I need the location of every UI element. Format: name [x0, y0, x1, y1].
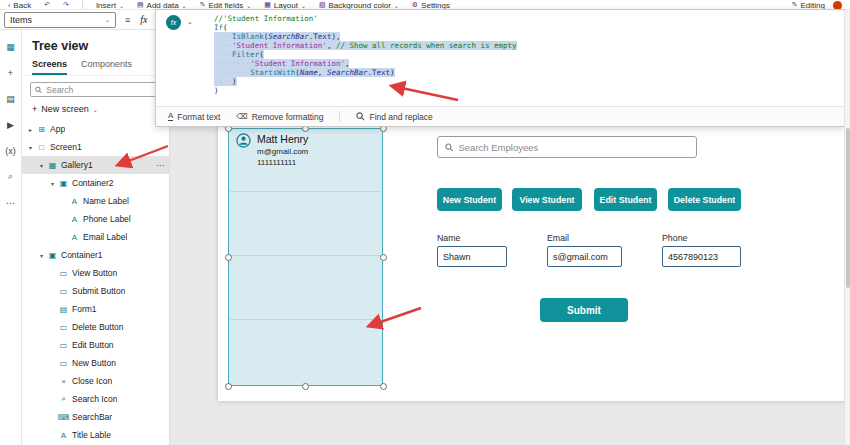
scrollbar-thumb[interactable] — [846, 128, 850, 288]
layout-icon: ▦ — [264, 1, 271, 9]
chevron-right-icon[interactable]: ▸ — [26, 126, 35, 133]
button-icon: ▭ — [57, 359, 70, 368]
canvas-artboard[interactable]: Matt Henry m@gmail.com 1111111111 New St… — [218, 124, 845, 401]
settings-icon: ⚙ — [412, 1, 418, 9]
formula-line-2[interactable]: If( — [214, 23, 517, 32]
redo-icon[interactable]: ↷ — [63, 0, 69, 10]
tree-item-searchbar[interactable]: ⌨SearchBar — [22, 408, 169, 426]
name-input[interactable] — [437, 246, 507, 267]
item-more-menu[interactable]: ⋯ — [156, 161, 164, 170]
button-icon: ▭ — [57, 341, 70, 350]
text-input-icon: ⌨ — [57, 413, 70, 422]
employee-search-input[interactable] — [459, 142, 690, 153]
formula-line-5[interactable]: ····Filter( — [214, 50, 517, 59]
tree-item-delete-button[interactable]: ▭Delete Button — [22, 318, 169, 336]
vertical-scrollbar[interactable] — [844, 10, 850, 445]
tree-item-submit-button[interactable]: ▭Submit Button — [22, 282, 169, 300]
phone-input[interactable] — [662, 246, 741, 267]
formula-line-9[interactable]: ) — [214, 86, 517, 95]
chevron-down-icon: ⌄ — [119, 2, 124, 9]
gallery-control[interactable]: Matt Henry m@gmail.com 1111111111 — [228, 128, 383, 386]
more-icon[interactable]: ⋯ — [3, 195, 19, 210]
submit-button[interactable]: Submit — [540, 298, 628, 322]
undo-icon[interactable]: ↶ — [44, 0, 50, 10]
eraser-icon: ⌫ — [236, 112, 247, 121]
back-button[interactable]: ‹Back — [8, 0, 31, 10]
selection-handle[interactable] — [225, 254, 232, 261]
formula-line-1[interactable]: //'Student Information' — [214, 14, 517, 23]
tree-view-panel: Tree view Screens Components + New scree… — [22, 30, 170, 445]
tree-view-icon[interactable]: ▦ — [3, 39, 19, 54]
insert-button[interactable]: Insert⌄ — [96, 0, 124, 10]
button-icon: ▭ — [57, 287, 70, 296]
formula-line-7[interactable]: ········StartsWith(Name, SearchBar.Text) — [214, 68, 517, 77]
tree-item-title-lable[interactable]: ATitle Lable — [22, 426, 169, 444]
format-text-button[interactable]: A Format text — [168, 112, 220, 122]
search-shape-icon: ⌕ — [57, 394, 70, 404]
edit-fields-icon: ✎ — [200, 1, 206, 9]
formula-line-6[interactable]: ········'Student Information', — [214, 59, 517, 68]
tree-item-app[interactable]: ▸⊞App — [22, 120, 169, 138]
tree-item-edit-button[interactable]: ▭Edit Button — [22, 336, 169, 354]
data-icon[interactable]: ▤ — [3, 91, 19, 106]
formula-menu-icon[interactable]: ≡ — [125, 15, 130, 25]
new-screen-button[interactable]: + New screen ⌄ — [22, 100, 169, 118]
chevron-down-icon[interactable]: ▾ — [48, 180, 57, 187]
tree-search-input[interactable] — [46, 85, 156, 95]
remove-formatting-button[interactable]: ⌫ Remove formatting — [236, 112, 323, 122]
add-data-icon: ▤ — [137, 1, 144, 9]
tree-item-search-icon[interactable]: ⌕Search Icon — [22, 390, 169, 408]
employee-search-box[interactable] — [437, 136, 697, 158]
media-icon[interactable]: ▶ — [3, 117, 19, 132]
property-selector[interactable]: Items ⌄ — [4, 12, 116, 28]
new-student-button[interactable]: New Student — [437, 188, 502, 211]
view-student-button[interactable]: View Student — [512, 188, 582, 211]
delete-student-button[interactable]: Delete Student — [668, 188, 741, 211]
formula-line-8[interactable]: ····) — [214, 77, 517, 86]
formula-line-3[interactable]: ····IsBlank(SearchBar.Text), — [214, 32, 517, 41]
find-replace-button[interactable]: Find and replace — [356, 112, 432, 122]
selection-handle[interactable] — [380, 254, 387, 261]
app-icon: ⊞ — [35, 125, 48, 134]
selection-handle[interactable] — [302, 383, 309, 390]
powerfx-icon: fx — [166, 15, 181, 30]
tree-item-view-button[interactable]: ▭View Button — [22, 264, 169, 282]
chevron-down-icon: ⌄ — [301, 2, 306, 9]
tree-item-screen1[interactable]: ▾□Screen1 — [22, 138, 169, 156]
tree-item-email-label[interactable]: AEmail Label — [22, 228, 169, 246]
tab-screens[interactable]: Screens — [32, 59, 67, 75]
variables-icon[interactable]: (x) — [3, 143, 19, 158]
formula-code[interactable]: //'Student Information'If(····IsBlank(Se… — [214, 14, 517, 95]
search-icon[interactable]: ⌕ — [3, 169, 19, 184]
tree-search[interactable] — [30, 82, 161, 97]
edit-student-button[interactable]: Edit Student — [594, 188, 657, 211]
tree-item-new-button[interactable]: ▭New Button — [22, 354, 169, 372]
tree-item-close-icon[interactable]: ×Close Icon — [22, 372, 169, 390]
selection-handle[interactable] — [380, 383, 387, 390]
chevron-down-icon[interactable]: ▾ — [37, 252, 46, 259]
chevron-down-icon: ⌄ — [93, 106, 98, 113]
chevron-down-icon[interactable]: ▾ — [37, 162, 46, 169]
formula-toolbar: A Format text ⌫ Remove formatting Find a… — [156, 106, 844, 126]
tree-item-label: Screen1 — [50, 142, 82, 152]
email-input[interactable] — [547, 246, 622, 267]
tree-item-label: New Button — [72, 358, 116, 368]
formula-line-4[interactable]: ····'Student Information', // Show all r… — [214, 41, 517, 50]
tree-item-name-label[interactable]: AName Label — [22, 192, 169, 210]
tree-item-container1[interactable]: ▾▣Container1 — [22, 246, 169, 264]
tree-item-label: Name Label — [83, 196, 129, 206]
search-icon — [445, 143, 454, 152]
chevron-down-icon[interactable]: ⌄ — [187, 18, 193, 26]
background-color-icon: ▧ — [319, 1, 326, 9]
tree-item-label: View Button — [72, 268, 117, 278]
tree-item-label: Email Label — [83, 232, 127, 242]
tree-item-container2[interactable]: ▾▣Container2 — [22, 174, 169, 192]
chevron-down-icon[interactable]: ▾ — [26, 144, 35, 151]
tab-components[interactable]: Components — [81, 59, 132, 75]
tree-item-form1[interactable]: ▤Form1 — [22, 300, 169, 318]
selection-handle[interactable] — [225, 383, 232, 390]
tree-item-gallery1[interactable]: ▾▦Gallery1⋯ — [22, 156, 169, 174]
insert-plus-icon[interactable]: + — [3, 65, 19, 80]
tree-item-phone-label[interactable]: APhone Label — [22, 210, 169, 228]
gallery-item-phone: 1111111111 — [257, 158, 296, 167]
